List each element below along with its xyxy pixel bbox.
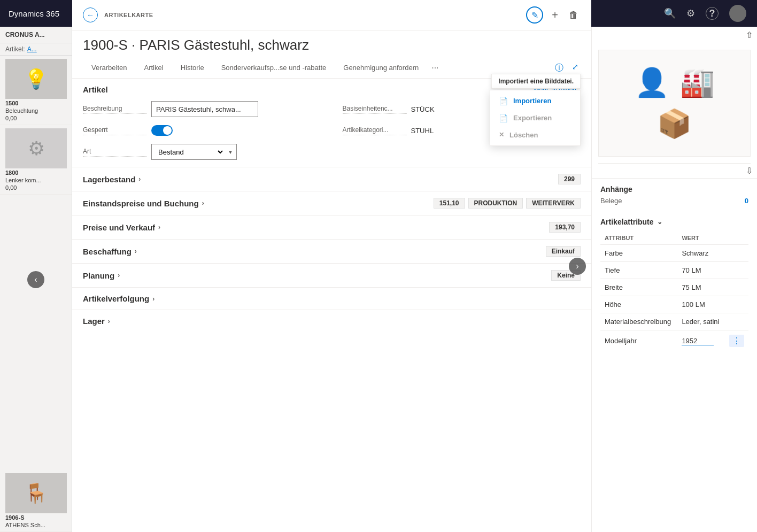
help-icon[interactable]: ? <box>706 7 719 20</box>
delete-button[interactable]: 🗑 <box>567 7 581 23</box>
artikelverfolgung-header[interactable]: Artikelverfolgung › <box>83 288 581 310</box>
product-num: 1906-S <box>0 514 72 522</box>
tab-artikel[interactable]: Artikel <box>136 58 172 78</box>
lagerbestand-header-left: Lagerbestand › <box>83 175 141 184</box>
einstandspreise-badge1: PRODUKTION <box>468 198 523 209</box>
attribute-value <box>677 330 725 352</box>
list-item[interactable]: 🪑 1906-S ATHENS Sch... <box>0 470 72 532</box>
back-button[interactable]: ← <box>83 7 98 22</box>
product-price: 0,00 <box>0 184 72 194</box>
preise-section: Preise und Verkauf › 193,70 <box>72 215 591 239</box>
table-row: FarbeSchwarz <box>600 245 748 262</box>
beschaffung-chevron: › <box>135 248 137 255</box>
beschreibung-label: Beschreibung <box>83 105 147 114</box>
next-button[interactable]: › <box>569 258 586 275</box>
table-row: Höhe100 LM <box>600 296 748 313</box>
dropdown-tooltip: Importiert eine Bilddatei. <box>491 74 581 89</box>
delete-menu-item[interactable]: ✕ Löschen <box>490 127 580 143</box>
product-name: Beleuchtung <box>0 107 72 115</box>
table-row: MaterialbeschreibungLeder, satini <box>600 313 748 330</box>
form-left: Beschreibung Gesperrt Art Bestand ▼ <box>83 101 321 160</box>
attachments-header: Anhänge <box>600 185 748 194</box>
preise-badges: 193,70 <box>549 222 581 233</box>
row-actions: ⋮ <box>725 330 748 352</box>
delete-icon: ✕ <box>499 131 504 138</box>
art-select-wrapper: Bestand ▼ <box>151 144 237 160</box>
image-icons-group: 👤 🏭 📦 <box>635 66 715 140</box>
row-actions <box>725 262 748 279</box>
attachments-row: Belege 0 <box>600 197 748 205</box>
attributes-table: ATTRIBUT WERT FarbeSchwarzTiefe70 LMBrei… <box>600 232 748 351</box>
export-icon: 📄 <box>499 114 508 122</box>
tab-verarbeiten[interactable]: Verarbeiten <box>83 58 136 78</box>
beschaffung-section: Beschaffung › Einkauf <box>72 239 591 263</box>
artikelverfolgung-chevron: › <box>152 295 155 303</box>
edit-button[interactable]: ✎ <box>526 6 543 24</box>
scroll-down-controls: ⇩ <box>592 164 757 178</box>
basiseinheiten-label: Basiseinheitenc... <box>343 105 407 114</box>
product-price: 0,00 <box>0 115 72 125</box>
preise-header-left: Preise und Verkauf › <box>83 223 160 232</box>
delete-label: Löschen <box>509 131 538 139</box>
attribute-name: Tiefe <box>600 262 677 279</box>
add-button[interactable]: + <box>550 7 560 24</box>
tab-more[interactable]: ··· <box>427 58 443 78</box>
avatar[interactable] <box>729 5 746 22</box>
lagerbestand-value: 299 <box>558 174 581 184</box>
tab-genehmigung[interactable]: Genehmigung anfordern <box>335 58 427 78</box>
sidebar-header: CRONUS A... <box>0 27 72 43</box>
attribute-value: Leder, satini <box>677 313 725 330</box>
attribute-name: Materialbeschreibung <box>600 313 677 330</box>
attribute-name: Modelljahr <box>600 330 677 352</box>
person-icon: 👤 <box>635 66 669 99</box>
card-header: ← ARTIKELKARTE ✎ + 🗑 <box>72 0 591 30</box>
search-icon[interactable]: 🔍 <box>664 7 676 19</box>
attributes-title: Artikelattribute <box>600 218 654 226</box>
einstandspreise-value: 151,10 <box>434 198 465 209</box>
sidebar-filter-label: Artikel: <box>5 45 25 53</box>
export-label: Exportieren <box>513 114 552 122</box>
export-menu-item[interactable]: 📄 Exportieren <box>490 110 580 127</box>
beschaffung-header-left: Beschaffung › <box>83 247 137 256</box>
planung-chevron: › <box>118 272 120 279</box>
attributes-section: Artikelattribute ⌄ ATTRIBUT WERT FarbeSc… <box>592 211 757 358</box>
art-select[interactable]: Bestand <box>152 145 225 159</box>
preise-header[interactable]: Preise und Verkauf › 193,70 <box>83 215 581 239</box>
lager-title: Lager <box>83 317 105 326</box>
attribute-value: 75 LM <box>677 279 725 296</box>
row-menu-button[interactable]: ⋮ <box>729 335 744 347</box>
prev-button[interactable]: ‹ <box>27 271 44 288</box>
lager-header[interactable]: Lager › <box>83 310 581 332</box>
form-row-art: Art Bestand ▼ <box>83 143 321 160</box>
product-num: 1500 <box>0 100 72 107</box>
attribute-value-input[interactable] <box>682 337 714 345</box>
table-row: Breite75 LM <box>600 279 748 296</box>
right-panel: ⇧ 👤 🏭 📦 ⇩ Anhänge Belege 0 Artikelattrib… <box>591 27 757 532</box>
einstandspreise-header[interactable]: Einstandspreise und Buchung › 151,10 PRO… <box>83 191 581 215</box>
product-name: Lenker kom... <box>0 177 72 184</box>
tab-historie[interactable]: Historie <box>172 58 213 78</box>
gesperrt-toggle[interactable] <box>151 125 173 136</box>
card-header-actions: ✎ + 🗑 <box>526 6 581 24</box>
attributes-header[interactable]: Artikelattribute ⌄ <box>600 218 748 226</box>
table-row: Tiefe70 LM <box>600 262 748 279</box>
list-item[interactable]: 💡 1500 Beleuchtung 0,00 <box>0 59 72 125</box>
import-menu-item[interactable]: 📄 Importieren <box>490 92 580 110</box>
preise-value: 193,70 <box>549 222 581 233</box>
row-actions <box>725 296 748 313</box>
tab-sonderverkauf[interactable]: Sonderverkaufsp...se und -rabatte <box>213 58 335 78</box>
scroll-down-icon[interactable]: ⇩ <box>746 166 753 176</box>
sidebar-company: CRONUS A... <box>5 31 45 38</box>
lager-chevron: › <box>108 318 110 325</box>
cube-icon: 📦 <box>657 107 692 140</box>
planung-section: Planung › Keine <box>72 263 591 287</box>
scroll-up-icon[interactable]: ⇧ <box>746 30 753 40</box>
list-item[interactable]: ⚙ 1800 Lenker kom... 0,00 <box>0 128 72 195</box>
planung-header[interactable]: Planung › Keine <box>83 264 581 287</box>
beschaffung-header[interactable]: Beschaffung › Einkauf <box>83 240 581 263</box>
settings-icon[interactable]: ⚙ <box>686 7 695 19</box>
beschreibung-input[interactable] <box>151 101 258 117</box>
lagerbestand-header[interactable]: Lagerbestand › 299 <box>83 167 581 191</box>
sidebar-filter-value[interactable]: A... <box>27 45 37 53</box>
lager-section: Lager › <box>72 310 591 332</box>
